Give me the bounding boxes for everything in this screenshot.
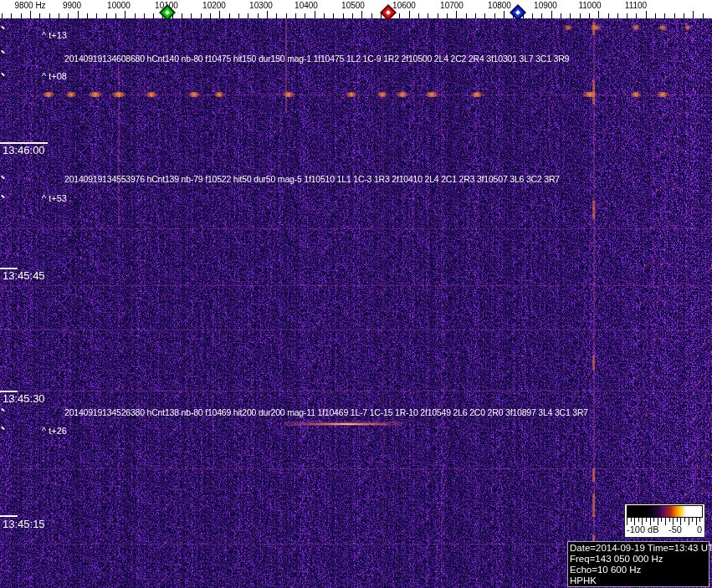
freq-tick-label: 10900 <box>534 1 557 10</box>
info-date-time: Date=2014-09-19 Time=13:43 UTC <box>570 543 709 554</box>
info-station-id: HPHK <box>570 575 709 586</box>
red-diamond-marker[interactable] <box>380 4 397 21</box>
info-echo: Echo=10 600 Hz <box>570 565 709 575</box>
time-label: 13:45:30 <box>3 392 45 405</box>
db-mid-label: -50 <box>668 524 682 534</box>
freq-tick-label: 10700 <box>440 1 464 10</box>
freq-tick-label: 10300 <box>249 1 273 10</box>
freq-tick-label: 10500 <box>341 1 365 10</box>
time-label: 13:45:15 <box>3 518 45 530</box>
db-max-label: 0 <box>697 524 702 534</box>
event-detail-line: 20140919134608680 hCnt140 nb-80 f10475 h… <box>64 54 569 64</box>
time-tick-line <box>0 515 18 517</box>
green-diamond-marker[interactable] <box>159 4 176 21</box>
time-label: 13:46:00 <box>3 144 45 156</box>
time-label: 13:45:45 <box>3 269 45 282</box>
spectrogram-window: 9800 Hz 9900 10000 10100 10200 10300 104… <box>0 0 712 588</box>
freq-tick-label: 10200 <box>202 1 226 10</box>
freq-tick-label: 9800 Hz <box>14 1 45 10</box>
freq-tick-label: 9900 <box>63 1 81 10</box>
event-time-offset: ^ t+53 <box>42 193 67 203</box>
freq-tick-label: 10400 <box>295 1 318 10</box>
db-min-label: -100 dB <box>627 524 659 534</box>
color-gradient-bar <box>627 505 703 518</box>
event-detail-line: 20140919134526380 hCnt138 nb-80 f10469 h… <box>64 407 588 417</box>
event-time-offset: ^ t+13 <box>42 30 67 40</box>
event-detail-line: 20140919134553976 hCnt139 nb-79 f10522 h… <box>64 174 560 184</box>
freq-tick-label: 11000 <box>578 1 601 10</box>
freq-tick-label: 11100 <box>625 1 647 10</box>
event-time-offset: ^ t+08 <box>42 71 67 81</box>
info-frequency: Freq=143 050 000 Hz <box>570 554 709 565</box>
event-time-offset: ^ t+26 <box>42 426 67 436</box>
db-color-scale: -100 dB -50 0 <box>624 504 705 538</box>
color-scale-labels: -100 dB -50 0 <box>625 525 704 536</box>
spectrogram-waterfall-canvas <box>0 0 712 588</box>
blue-diamond-marker[interactable] <box>510 4 526 21</box>
status-info-box: Date=2014-09-19 Time=13:43 UTC Freq=143 … <box>567 541 709 587</box>
freq-tick-label: 10000 <box>107 1 131 10</box>
freq-tick-label: 10800 <box>488 1 511 10</box>
